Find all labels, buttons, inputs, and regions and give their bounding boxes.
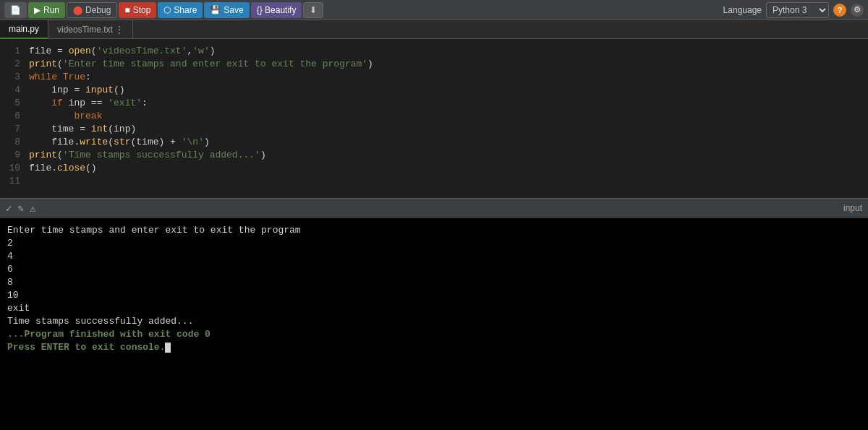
code-line-8: 8 file.write(str(time) + '\n') bbox=[0, 136, 868, 149]
tab-main-py-label: main.py bbox=[9, 24, 39, 34]
run-label: Run bbox=[43, 5, 59, 15]
tab-main-py[interactable]: main.py bbox=[0, 20, 48, 39]
warning-icon[interactable]: ⚠ bbox=[30, 202, 35, 215]
download-button[interactable]: ⬇ bbox=[303, 2, 323, 18]
console-line-6: 6 bbox=[7, 263, 861, 276]
tab-bar: main.py videosTime.txt ⋮ bbox=[0, 20, 868, 39]
console-line-10: 10 bbox=[7, 289, 861, 302]
console-line-press-enter: Press ENTER to exit console. bbox=[7, 341, 861, 354]
beautify-button[interactable]: {} Beautify bbox=[251, 2, 302, 18]
toolbar: 📄 ▶ Run ⬤ Debug ■ Stop ⬡ Share 💾 Save {}… bbox=[0, 0, 868, 20]
code-line-6: 6 break bbox=[0, 110, 868, 123]
file-icon: 📄 bbox=[10, 5, 21, 15]
console-toolbar: ✓ ✎ ⚠ input bbox=[0, 198, 868, 218]
save-label: Save bbox=[224, 5, 243, 15]
save-button[interactable]: 💾 Save bbox=[204, 2, 249, 18]
beautify-label: {} Beautify bbox=[257, 5, 297, 15]
run-play-icon: ▶ bbox=[34, 5, 41, 15]
tab-videos-time-label: videosTime.txt ⋮ bbox=[57, 25, 124, 35]
debug-button[interactable]: ⬤ Debug bbox=[67, 2, 117, 18]
code-line-11: 11 bbox=[0, 175, 868, 188]
check-icon[interactable]: ✓ bbox=[6, 202, 12, 215]
edit-icon[interactable]: ✎ bbox=[17, 202, 23, 215]
share-icon: ⬡ bbox=[163, 5, 171, 15]
code-line-3: 3 while True: bbox=[0, 71, 868, 84]
code-line-5: 5 if inp == 'exit': bbox=[0, 97, 868, 110]
stop-label: Stop bbox=[133, 5, 151, 15]
stop-square-icon: ■ bbox=[124, 5, 129, 15]
share-button[interactable]: ⬡ Share bbox=[158, 2, 203, 18]
share-label: Share bbox=[174, 5, 197, 15]
debug-circle-icon: ⬤ bbox=[73, 5, 82, 15]
stop-button[interactable]: ■ Stop bbox=[119, 2, 156, 18]
console-line-intro: Enter time stamps and enter exit to exit… bbox=[7, 224, 861, 237]
debug-label: Debug bbox=[85, 5, 111, 15]
code-line-1: 1 file = open('videosTime.txt','w') bbox=[0, 45, 868, 58]
console-line-exit: exit bbox=[7, 302, 861, 315]
console-label: input bbox=[843, 203, 862, 213]
code-line-10: 10 file.close() bbox=[0, 162, 868, 175]
code-line-9: 9 print('Time stamps successfully added.… bbox=[0, 149, 868, 162]
language-selector: Language Python 3 Python 2 JavaScript ? … bbox=[723, 2, 864, 18]
code-line-7: 7 time = int(inp) bbox=[0, 123, 868, 136]
code-line-2: 2 print('Enter time stamps and enter exi… bbox=[0, 58, 868, 71]
language-select[interactable]: Python 3 Python 2 JavaScript bbox=[766, 2, 829, 18]
code-editor[interactable]: 1 file = open('videosTime.txt','w') 2 pr… bbox=[0, 39, 868, 198]
run-button[interactable]: ▶ Run bbox=[28, 2, 65, 18]
download-icon: ⬇ bbox=[310, 5, 317, 15]
save-icon: 💾 bbox=[210, 5, 221, 15]
console-line-4: 4 bbox=[7, 250, 861, 263]
language-label: Language bbox=[723, 5, 762, 15]
console-line-exit-code: ...Program finished with exit code 0 bbox=[7, 328, 861, 341]
console-cursor bbox=[165, 343, 171, 353]
settings-icon[interactable]: ⚙ bbox=[851, 4, 864, 17]
file-button[interactable]: 📄 bbox=[4, 2, 27, 18]
console-line-8: 8 bbox=[7, 276, 861, 289]
tab-videos-time[interactable]: videosTime.txt ⋮ bbox=[48, 20, 133, 39]
console-line-2: 2 bbox=[7, 237, 861, 250]
help-icon[interactable]: ? bbox=[833, 4, 846, 17]
console-output[interactable]: Enter time stamps and enter exit to exit… bbox=[0, 218, 868, 430]
code-line-4: 4 inp = input() bbox=[0, 84, 868, 97]
console-line-success: Time stamps successfully added... bbox=[7, 315, 861, 328]
